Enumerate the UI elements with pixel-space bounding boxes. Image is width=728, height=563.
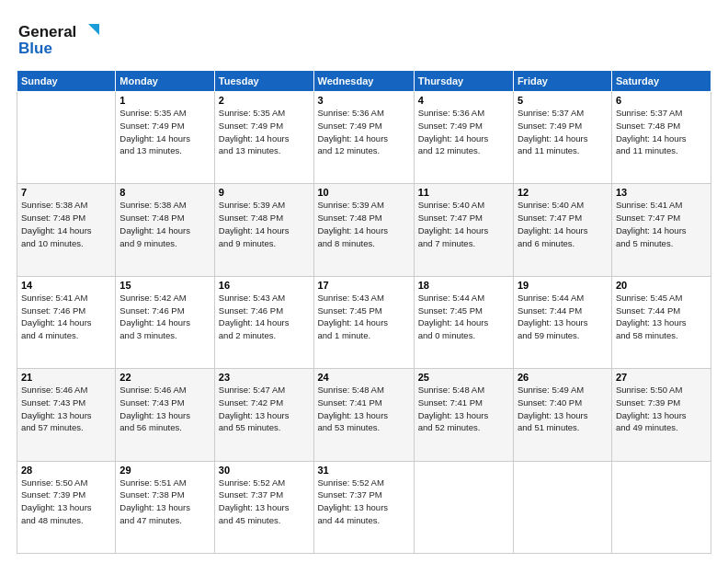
day-number: 27 <box>616 372 707 383</box>
calendar-cell: 14Sunrise: 5:41 AM Sunset: 7:46 PM Dayli… <box>17 276 116 368</box>
calendar-cell: 19Sunrise: 5:44 AM Sunset: 7:44 PM Dayli… <box>513 276 611 368</box>
day-number: 25 <box>418 372 509 383</box>
day-info: Sunrise: 5:39 AM Sunset: 7:48 PM Dayligh… <box>219 199 310 249</box>
day-info: Sunrise: 5:52 AM Sunset: 7:37 PM Dayligh… <box>219 477 310 527</box>
day-number: 5 <box>518 95 608 106</box>
day-info: Sunrise: 5:43 AM Sunset: 7:46 PM Dayligh… <box>219 292 310 342</box>
day-number: 29 <box>119 465 210 476</box>
day-number: 22 <box>119 372 210 383</box>
calendar-cell: 18Sunrise: 5:44 AM Sunset: 7:45 PM Dayli… <box>414 276 513 368</box>
day-info: Sunrise: 5:36 AM Sunset: 7:49 PM Dayligh… <box>318 107 410 157</box>
calendar-cell: 16Sunrise: 5:43 AM Sunset: 7:46 PM Dayli… <box>214 276 313 368</box>
day-number: 20 <box>616 280 707 291</box>
calendar-header-row: SundayMondayTuesdayWednesdayThursdayFrid… <box>17 71 711 92</box>
day-number: 6 <box>616 95 707 106</box>
day-info: Sunrise: 5:45 AM Sunset: 7:44 PM Dayligh… <box>616 292 707 342</box>
day-number: 21 <box>21 372 111 383</box>
calendar-week-2: 7Sunrise: 5:38 AM Sunset: 7:48 PM Daylig… <box>17 184 711 276</box>
calendar-header-tuesday: Tuesday <box>214 71 313 92</box>
svg-text:Blue: Blue <box>18 40 52 57</box>
calendar-cell: 25Sunrise: 5:48 AM Sunset: 7:41 PM Dayli… <box>414 369 513 461</box>
calendar-cell <box>414 461 513 553</box>
day-number: 8 <box>119 187 210 198</box>
day-info: Sunrise: 5:47 AM Sunset: 7:42 PM Dayligh… <box>219 384 310 434</box>
calendar-header-sunday: Sunday <box>17 71 116 92</box>
day-number: 26 <box>518 372 608 383</box>
day-number: 1 <box>119 95 210 106</box>
calendar-cell: 4Sunrise: 5:36 AM Sunset: 7:49 PM Daylig… <box>414 92 513 184</box>
day-number: 2 <box>219 95 310 106</box>
calendar-cell: 3Sunrise: 5:36 AM Sunset: 7:49 PM Daylig… <box>313 92 414 184</box>
day-info: Sunrise: 5:46 AM Sunset: 7:43 PM Dayligh… <box>21 384 111 434</box>
calendar-cell: 27Sunrise: 5:50 AM Sunset: 7:39 PM Dayli… <box>611 369 711 461</box>
calendar-cell: 12Sunrise: 5:40 AM Sunset: 7:47 PM Dayli… <box>513 184 611 276</box>
day-info: Sunrise: 5:51 AM Sunset: 7:38 PM Dayligh… <box>119 477 210 527</box>
logo-svg: General Blue <box>17 17 99 63</box>
day-number: 23 <box>219 372 310 383</box>
day-info: Sunrise: 5:50 AM Sunset: 7:39 PM Dayligh… <box>616 384 707 434</box>
day-number: 24 <box>318 372 410 383</box>
calendar-cell: 10Sunrise: 5:39 AM Sunset: 7:48 PM Dayli… <box>313 184 414 276</box>
calendar-cell: 2Sunrise: 5:35 AM Sunset: 7:49 PM Daylig… <box>214 92 313 184</box>
day-info: Sunrise: 5:37 AM Sunset: 7:49 PM Dayligh… <box>518 107 608 157</box>
calendar-cell: 20Sunrise: 5:45 AM Sunset: 7:44 PM Dayli… <box>611 276 711 368</box>
calendar-table: SundayMondayTuesdayWednesdayThursdayFrid… <box>17 70 711 554</box>
day-info: Sunrise: 5:46 AM Sunset: 7:43 PM Dayligh… <box>119 384 210 434</box>
day-number: 28 <box>21 465 111 476</box>
svg-marker-1 <box>88 24 99 35</box>
calendar-cell: 13Sunrise: 5:41 AM Sunset: 7:47 PM Dayli… <box>611 184 711 276</box>
calendar-week-4: 21Sunrise: 5:46 AM Sunset: 7:43 PM Dayli… <box>17 369 711 461</box>
calendar-cell <box>17 92 116 184</box>
calendar-cell: 28Sunrise: 5:50 AM Sunset: 7:39 PM Dayli… <box>17 461 116 553</box>
day-number: 30 <box>219 465 310 476</box>
day-number: 10 <box>318 187 410 198</box>
day-number: 12 <box>518 187 608 198</box>
day-number: 7 <box>21 187 111 198</box>
calendar-header-wednesday: Wednesday <box>313 71 414 92</box>
calendar-cell: 5Sunrise: 5:37 AM Sunset: 7:49 PM Daylig… <box>513 92 611 184</box>
day-info: Sunrise: 5:35 AM Sunset: 7:49 PM Dayligh… <box>119 107 210 157</box>
day-info: Sunrise: 5:36 AM Sunset: 7:49 PM Dayligh… <box>418 107 509 157</box>
day-info: Sunrise: 5:40 AM Sunset: 7:47 PM Dayligh… <box>518 199 608 249</box>
calendar-cell: 23Sunrise: 5:47 AM Sunset: 7:42 PM Dayli… <box>214 369 313 461</box>
logo: General Blue <box>17 17 99 63</box>
day-number: 19 <box>518 280 608 291</box>
calendar-cell: 11Sunrise: 5:40 AM Sunset: 7:47 PM Dayli… <box>414 184 513 276</box>
calendar-cell: 17Sunrise: 5:43 AM Sunset: 7:45 PM Dayli… <box>313 276 414 368</box>
calendar-cell: 9Sunrise: 5:39 AM Sunset: 7:48 PM Daylig… <box>214 184 313 276</box>
calendar-header-thursday: Thursday <box>414 71 513 92</box>
day-number: 3 <box>318 95 410 106</box>
day-info: Sunrise: 5:40 AM Sunset: 7:47 PM Dayligh… <box>418 199 509 249</box>
calendar-cell: 22Sunrise: 5:46 AM Sunset: 7:43 PM Dayli… <box>116 369 214 461</box>
day-info: Sunrise: 5:48 AM Sunset: 7:41 PM Dayligh… <box>318 384 410 434</box>
day-number: 11 <box>418 187 509 198</box>
calendar-cell: 7Sunrise: 5:38 AM Sunset: 7:48 PM Daylig… <box>17 184 116 276</box>
day-info: Sunrise: 5:42 AM Sunset: 7:46 PM Dayligh… <box>119 292 210 342</box>
day-info: Sunrise: 5:38 AM Sunset: 7:48 PM Dayligh… <box>21 199 111 249</box>
calendar-cell: 6Sunrise: 5:37 AM Sunset: 7:48 PM Daylig… <box>611 92 711 184</box>
calendar-cell: 29Sunrise: 5:51 AM Sunset: 7:38 PM Dayli… <box>116 461 214 553</box>
calendar-cell: 8Sunrise: 5:38 AM Sunset: 7:48 PM Daylig… <box>116 184 214 276</box>
svg-text:General: General <box>18 23 76 40</box>
calendar-header-monday: Monday <box>116 71 214 92</box>
calendar-cell: 21Sunrise: 5:46 AM Sunset: 7:43 PM Dayli… <box>17 369 116 461</box>
calendar-cell: 1Sunrise: 5:35 AM Sunset: 7:49 PM Daylig… <box>116 92 214 184</box>
calendar-cell <box>611 461 711 553</box>
calendar-week-3: 14Sunrise: 5:41 AM Sunset: 7:46 PM Dayli… <box>17 276 711 368</box>
page: General Blue SundayMondayTuesdayWednesda… <box>0 0 728 563</box>
day-info: Sunrise: 5:52 AM Sunset: 7:37 PM Dayligh… <box>318 477 410 527</box>
calendar-cell: 15Sunrise: 5:42 AM Sunset: 7:46 PM Dayli… <box>116 276 214 368</box>
calendar-cell: 24Sunrise: 5:48 AM Sunset: 7:41 PM Dayli… <box>313 369 414 461</box>
day-info: Sunrise: 5:39 AM Sunset: 7:48 PM Dayligh… <box>318 199 410 249</box>
header: General Blue <box>17 17 711 63</box>
day-number: 4 <box>418 95 509 106</box>
calendar-cell <box>513 461 611 553</box>
day-info: Sunrise: 5:44 AM Sunset: 7:44 PM Dayligh… <box>518 292 608 342</box>
calendar-header-saturday: Saturday <box>611 71 711 92</box>
day-info: Sunrise: 5:38 AM Sunset: 7:48 PM Dayligh… <box>119 199 210 249</box>
calendar-cell: 31Sunrise: 5:52 AM Sunset: 7:37 PM Dayli… <box>313 461 414 553</box>
day-info: Sunrise: 5:49 AM Sunset: 7:40 PM Dayligh… <box>518 384 608 434</box>
day-number: 13 <box>616 187 707 198</box>
day-number: 17 <box>318 280 410 291</box>
day-number: 14 <box>21 280 111 291</box>
